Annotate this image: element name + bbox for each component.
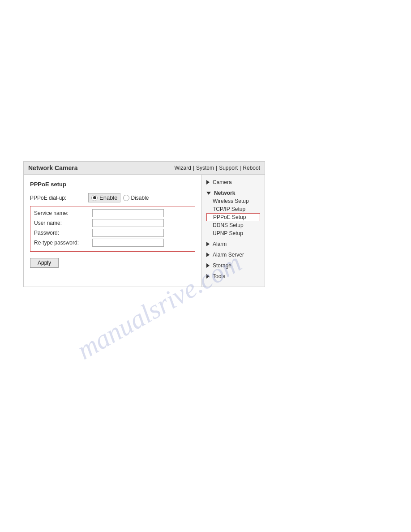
sidebar-item-alarm-server[interactable]: Alarm Server — [206, 251, 260, 259]
tools-label: Tools — [213, 273, 225, 279]
username-row: User name: — [34, 219, 191, 227]
retype-password-label: Re-type password: — [34, 240, 92, 246]
nav-support[interactable]: Support — [219, 165, 238, 171]
sidebar-sub-tcpip[interactable]: TCP/IP Setup — [206, 205, 260, 213]
dialup-label: PPPoE dial-up: — [30, 195, 88, 201]
alarm-server-label: Alarm Server — [213, 252, 244, 258]
sidebar-section-alarm: Alarm — [206, 240, 260, 248]
sidebar-sub-upnp[interactable]: UPNP Setup — [206, 229, 260, 237]
header-bar: Network Camera Wizard | System | Support… — [24, 162, 265, 175]
sidebar-section-camera: Camera — [206, 178, 260, 186]
nav-sep-2: | — [216, 165, 217, 171]
chevron-right-icon-alarm — [206, 242, 210, 246]
username-label: User name: — [34, 220, 92, 226]
main-container: Network Camera Wizard | System | Support… — [23, 161, 265, 287]
storage-label: Storage — [213, 262, 231, 269]
chevron-right-icon-storage — [206, 263, 210, 268]
camera-label: Camera — [213, 179, 232, 185]
service-name-input[interactable] — [92, 209, 164, 217]
sidebar-sub-wireless[interactable]: Wireless Setup — [206, 197, 260, 205]
password-input[interactable] — [92, 229, 164, 237]
app-title: Network Camera — [28, 164, 78, 172]
disable-label: Disable — [131, 195, 149, 201]
apply-button[interactable]: Apply — [30, 258, 59, 268]
nav-reboot[interactable]: Reboot — [243, 165, 260, 171]
content-area: PPPoE setup PPPoE dial-up: Enable Disabl… — [24, 175, 265, 287]
chevron-right-icon — [206, 180, 210, 184]
sidebar-item-storage[interactable]: Storage — [206, 262, 260, 270]
service-name-label: Service name: — [34, 210, 92, 216]
nav-system[interactable]: System — [196, 165, 214, 171]
apply-row: Apply — [30, 258, 195, 268]
username-input[interactable] — [92, 219, 164, 227]
sidebar-sub-ddns[interactable]: DDNS Setup — [206, 221, 260, 229]
disable-option: Disable — [123, 195, 149, 201]
nav-wizard[interactable]: Wizard — [175, 165, 191, 171]
network-label: Network — [214, 190, 235, 196]
retype-password-row: Re-type password: — [34, 239, 191, 247]
sidebar-section-alarm-server: Alarm Server — [206, 251, 260, 259]
chevron-right-icon-tools — [206, 274, 210, 279]
main-panel: PPPoE setup PPPoE dial-up: Enable Disabl… — [24, 175, 202, 287]
retype-password-input[interactable] — [92, 239, 164, 247]
sidebar: Camera Network Wireless Setup TCP/IP Set… — [202, 175, 265, 287]
sidebar-sub-pppoe[interactable]: PPPoE Setup — [206, 213, 260, 221]
sidebar-section-network: Network Wireless Setup TCP/IP Setup PPPo… — [206, 189, 260, 237]
section-title: PPPoE setup — [30, 181, 195, 188]
alarm-label: Alarm — [213, 241, 227, 247]
sidebar-section-tools: Tools — [206, 272, 260, 280]
fields-group: Service name: User name: Password: Re-ty… — [30, 206, 195, 252]
password-label: Password: — [34, 230, 92, 236]
enable-box: Enable — [88, 193, 120, 202]
enable-radio[interactable] — [91, 195, 98, 201]
sidebar-item-network[interactable]: Network — [206, 189, 260, 197]
nav-sep-3: | — [240, 165, 241, 171]
chevron-right-icon-alarm-server — [206, 253, 210, 257]
sidebar-item-alarm[interactable]: Alarm — [206, 240, 260, 248]
chevron-down-icon — [206, 192, 211, 195]
service-name-row: Service name: — [34, 209, 191, 217]
sidebar-item-camera[interactable]: Camera — [206, 178, 260, 186]
enable-label: Enable — [99, 194, 117, 201]
password-row: Password: — [34, 229, 191, 237]
dialup-row: PPPoE dial-up: Enable Disable — [30, 193, 195, 202]
sidebar-section-storage: Storage — [206, 262, 260, 270]
disable-radio[interactable] — [123, 195, 129, 201]
nav-sep-1: | — [193, 165, 194, 171]
nav-links: Wizard | System | Support | Reboot — [175, 165, 260, 171]
sidebar-item-tools[interactable]: Tools — [206, 272, 260, 280]
